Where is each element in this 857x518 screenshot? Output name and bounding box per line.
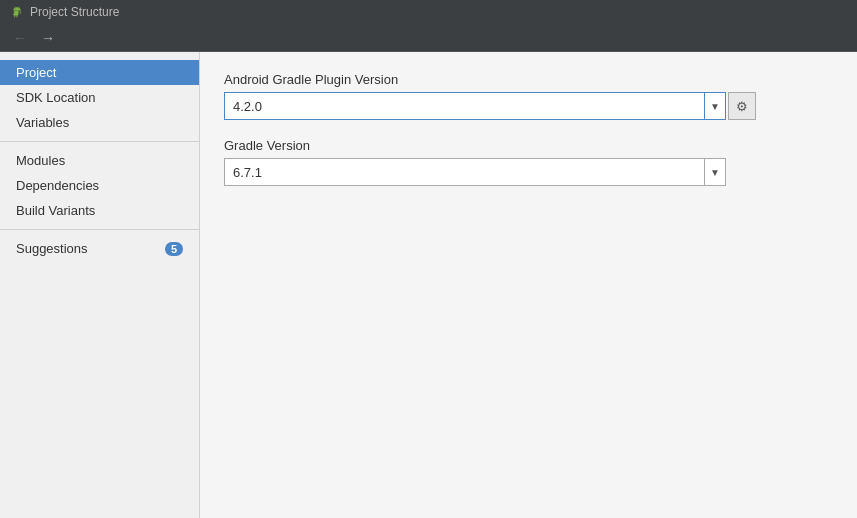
gradle-version-dropdown[interactable]: ▼ — [704, 158, 726, 186]
android-gradle-plugin-version-input[interactable] — [224, 92, 704, 120]
gradle-version-group: Gradle Version ▼ — [224, 138, 833, 186]
android-icon — [10, 5, 24, 19]
back-button[interactable]: ← — [8, 27, 32, 49]
suggestions-badge: 5 — [165, 242, 183, 256]
sidebar-item-sdk-location[interactable]: SDK Location — [0, 85, 199, 110]
android-gradle-plugin-version-label: Android Gradle Plugin Version — [224, 72, 833, 87]
android-gradle-plugin-version-settings[interactable]: ⚙ — [728, 92, 756, 120]
gradle-version-wrapper: ▼ — [224, 158, 833, 186]
sidebar-item-project[interactable]: Project — [0, 60, 199, 85]
title-bar: Project Structure — [0, 0, 857, 24]
sidebar-item-dependencies[interactable]: Dependencies — [0, 173, 199, 198]
android-gradle-plugin-version-wrapper: ▼ ⚙ — [224, 92, 833, 120]
title-bar-text: Project Structure — [30, 5, 119, 19]
sidebar-divider-2 — [0, 229, 199, 230]
forward-button[interactable]: → — [36, 27, 60, 49]
android-gradle-plugin-version-dropdown[interactable]: ▼ — [704, 92, 726, 120]
sidebar-item-build-variants[interactable]: Build Variants — [0, 198, 199, 223]
sidebar-item-variables[interactable]: Variables — [0, 110, 199, 135]
sidebar: Project SDK Location Variables Modules D… — [0, 52, 200, 518]
android-gradle-plugin-version-group: Android Gradle Plugin Version ▼ ⚙ — [224, 72, 833, 120]
sidebar-item-suggestions[interactable]: Suggestions 5 — [0, 236, 199, 261]
main-container: Project SDK Location Variables Modules D… — [0, 52, 857, 518]
top-toolbar: ← → — [0, 24, 857, 52]
content-area: Android Gradle Plugin Version ▼ ⚙ Gradle… — [200, 52, 857, 518]
sidebar-item-modules[interactable]: Modules — [0, 148, 199, 173]
gradle-version-input[interactable] — [224, 158, 704, 186]
sidebar-divider — [0, 141, 199, 142]
gradle-version-label: Gradle Version — [224, 138, 833, 153]
